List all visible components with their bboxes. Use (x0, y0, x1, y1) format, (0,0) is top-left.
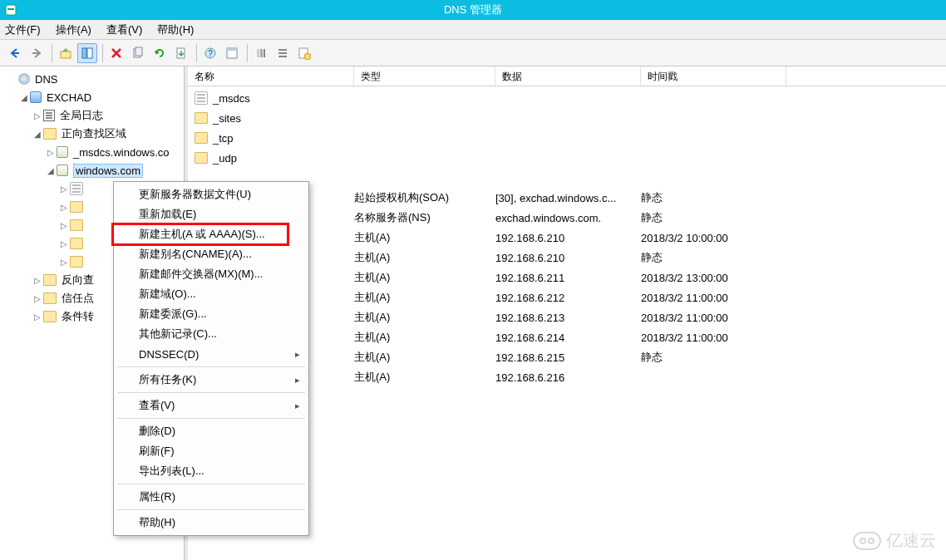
cm-new-host[interactable]: 新建主机(A 或 AAAA)(S)... (116, 224, 307, 244)
cm-new-delegation[interactable]: 新建委派(G)... (116, 304, 307, 324)
tree-label: DNS (35, 73, 57, 86)
cell-name: _tcp (213, 132, 234, 145)
cm-reload[interactable]: 重新加载(E) (116, 204, 307, 224)
tree-zone-msdcs[interactable]: ▷ _msdcs.windows.co (0, 143, 184, 161)
column-type[interactable]: 类型 (354, 66, 495, 86)
export-button[interactable] (171, 43, 191, 63)
tree-root-dns[interactable]: DNS (0, 70, 184, 88)
tree-label: 正向查找区域 (62, 126, 126, 141)
filter-button[interactable] (251, 43, 271, 63)
menu-file[interactable]: 文件(F) (5, 22, 41, 37)
expand-icon[interactable]: ▷ (58, 258, 70, 267)
toolbar-separator (247, 44, 248, 62)
cm-separator (117, 392, 305, 393)
cell-ts: 2018/3/2 10:00:00 (641, 232, 786, 244)
refresh-button[interactable] (150, 43, 170, 63)
list-item[interactable]: _msdcs (188, 88, 946, 108)
nav-forward-button[interactable] (27, 43, 47, 63)
svg-rect-13 (260, 49, 263, 57)
cell-ts: 静态 (641, 210, 786, 225)
svg-rect-4 (87, 48, 92, 58)
expand-icon[interactable]: ▷ (32, 312, 43, 322)
cell-type: 主机(A) (354, 230, 495, 245)
record-icon (195, 91, 208, 105)
tree-label: 全局日志 (60, 108, 103, 123)
delete-button[interactable] (106, 43, 126, 63)
cell-data: exchad.windows.com. (495, 212, 641, 224)
cm-export-list[interactable]: 导出列表(L)... (116, 461, 307, 481)
svg-rect-14 (264, 49, 265, 57)
tree-zone-windows[interactable]: ◢ windows.com (0, 161, 184, 179)
cm-new-domain[interactable]: 新建域(O)... (116, 284, 307, 304)
column-headers: 名称 类型 数据 时间戳 (188, 66, 946, 86)
properties-button[interactable] (222, 43, 242, 63)
svg-text:?: ? (208, 49, 213, 58)
up-button[interactable] (56, 43, 76, 63)
cell-data: 192.168.6.213 (495, 312, 641, 324)
cell-name: _msdcs (213, 92, 250, 105)
cm-help[interactable]: 帮助(H) (116, 513, 307, 533)
svg-rect-2 (61, 52, 71, 58)
cm-all-tasks[interactable]: 所有任务(K) (116, 370, 307, 390)
cm-dnssec[interactable]: DNSSEC(D) (116, 344, 307, 364)
copy-button[interactable] (128, 43, 148, 63)
cell-type: 主机(A) (354, 330, 495, 345)
tree-label: windows.com (73, 164, 143, 178)
folder-icon (195, 152, 208, 164)
expand-icon[interactable]: ▷ (45, 148, 57, 157)
expand-icon[interactable]: ▷ (58, 221, 70, 230)
column-timestamp[interactable]: 时间戳 (641, 66, 786, 86)
cell-type: 主机(A) (354, 370, 495, 385)
nav-back-button[interactable] (5, 43, 25, 63)
context-menu: 更新服务器数据文件(U) 重新加载(E) 新建主机(A 或 AAAA)(S)..… (113, 181, 309, 536)
svg-rect-6 (135, 47, 142, 56)
expand-icon[interactable]: ▷ (58, 203, 70, 212)
tree-global-log[interactable]: ▷ 全局日志 (0, 106, 184, 125)
help-button[interactable]: ? (200, 43, 220, 63)
cm-delete[interactable]: 删除(D) (116, 421, 307, 441)
cm-separator (117, 484, 305, 484)
cm-refresh[interactable]: 刷新(F) (116, 441, 307, 461)
folder-icon (43, 274, 57, 286)
toolbar-separator (102, 44, 103, 62)
new-record-button[interactable] (294, 43, 314, 63)
tree-forward-zones[interactable]: ◢ 正向查找区域 (0, 125, 184, 143)
cm-new-mx[interactable]: 新建邮件交换器(MX)(M)... (116, 264, 307, 284)
dns-icon (18, 73, 30, 85)
tree-server[interactable]: ◢ EXCHAD (0, 88, 184, 106)
cm-new-alias[interactable]: 新建别名(CNAME)(A)... (116, 244, 307, 264)
expand-icon[interactable]: ▷ (32, 294, 43, 303)
cell-name: _sites (213, 112, 241, 125)
expand-icon[interactable]: ▷ (32, 111, 43, 120)
expand-icon[interactable]: ▷ (58, 184, 70, 194)
cell-name: _udp (213, 152, 237, 165)
show-tree-button[interactable] (77, 43, 97, 63)
expand-icon[interactable]: ▷ (32, 276, 43, 285)
toolbar-separator (196, 44, 197, 62)
list-button[interactable] (273, 43, 293, 63)
column-data[interactable]: 数据 (495, 66, 641, 86)
cell-data: [30], exchad.windows.c... (495, 192, 641, 204)
menu-action[interactable]: 操作(A) (56, 22, 91, 37)
cm-update-data-file[interactable]: 更新服务器数据文件(U) (116, 184, 307, 204)
collapse-icon[interactable]: ◢ (18, 93, 30, 102)
menu-help[interactable]: 帮助(H) (157, 22, 194, 37)
collapse-icon[interactable]: ◢ (45, 166, 57, 175)
expand-icon[interactable]: ▷ (58, 239, 70, 248)
menu-view[interactable]: 查看(V) (106, 22, 142, 37)
cm-separator (117, 366, 305, 367)
cm-properties[interactable]: 属性(R) (116, 487, 307, 507)
list-item[interactable]: _udp (188, 148, 946, 168)
list-item[interactable]: _sites (188, 108, 946, 128)
column-name[interactable]: 名称 (188, 66, 354, 86)
folder-icon (70, 238, 83, 249)
cm-view[interactable]: 查看(V) (116, 395, 307, 415)
svg-rect-1 (7, 8, 14, 10)
toolbar-separator (52, 44, 52, 62)
cell-ts: 2018/3/2 11:00:00 (641, 332, 786, 344)
collapse-icon[interactable]: ◢ (32, 130, 43, 139)
zone-icon (57, 146, 68, 158)
cm-other-new[interactable]: 其他新记录(C)... (116, 324, 307, 344)
cell-type: 主机(A) (354, 250, 495, 265)
list-item[interactable]: _tcp (188, 128, 946, 148)
